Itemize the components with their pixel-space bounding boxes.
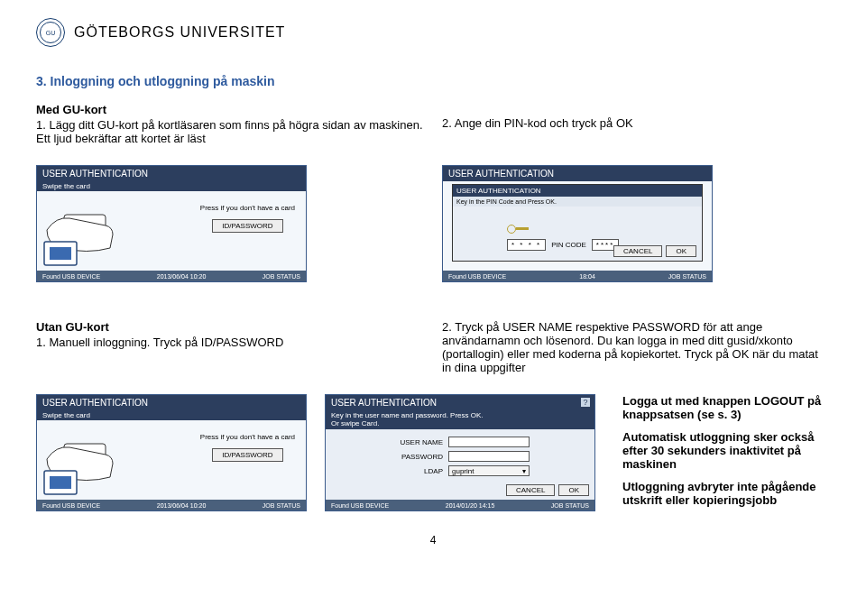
status-left: Found USB DEVICE [448, 273, 506, 280]
username-input[interactable] [448, 437, 530, 447]
swipe-card-panel-2: USER AUTHENTICATION Swipe the card ID [36, 394, 307, 511]
chevron-down-icon: ▾ [522, 467, 526, 475]
logout-note1: Logga ut med knappen LOGOUT på knappsats… [622, 394, 830, 421]
no-card-text: Press if you don't have a card [200, 433, 295, 441]
logout-note2: Automatisk utloggning sker också efter 3… [622, 430, 830, 471]
ok-button[interactable]: OK [558, 484, 589, 496]
panel-title: USER AUTHENTICATION [37, 395, 306, 410]
job-status[interactable]: JOB STATUS [263, 502, 300, 509]
pin-display: * * * * [507, 239, 546, 251]
swipe-card-panel: USER AUTHENTICATION Swipe the card ID [36, 165, 307, 282]
panel-title: USER AUTHENTICATION [37, 166, 306, 181]
cancel-button[interactable]: CANCEL [506, 484, 555, 496]
help-icon[interactable]: ? [580, 397, 591, 408]
status-left: Found USB DEVICE [331, 502, 389, 509]
id-password-button[interactable]: ID/PASSWORD [212, 219, 282, 233]
ldap-label: LDAP [398, 467, 443, 475]
no-card-text: Press if you don't have a card [200, 204, 295, 212]
university-seal-icon: GU [36, 18, 65, 47]
job-status[interactable]: JOB STATUS [263, 273, 300, 280]
svg-rect-3 [50, 247, 71, 260]
page-number: 4 [36, 534, 830, 547]
no-card-prompt: Press if you don't have a card ID/PASSWO… [200, 433, 295, 462]
svg-rect-7 [50, 476, 71, 489]
med-gu-kort-title: Med GU-kort [36, 103, 424, 116]
med-gu-kort-step1: 1. Lägg ditt GU-kort på kortläsaren som … [36, 118, 424, 145]
status-left: Found USB DEVICE [42, 502, 100, 509]
panel-statusbar: Found USB DEVICE 2014/01/20 14:15 JOB ST… [326, 500, 594, 510]
seal-inner: GU [40, 22, 61, 43]
utan-step2: 2. Tryck på USER NAME respektive PASSWOR… [442, 320, 830, 374]
job-status[interactable]: JOB STATUS [668, 273, 706, 280]
page-header: GU GÖTEBORGS UNIVERSITET [36, 18, 830, 47]
panel-statusbar: Found USB DEVICE 2013/06/04 10:20 JOB ST… [37, 271, 306, 281]
login-form: USER NAME PASSWORD LDAP guprint ▾ [398, 437, 530, 476]
pin-dialog: USER AUTHENTICATION Key in the PIN Code … [452, 184, 703, 262]
dialog-sub: Key in the PIN Code and Press OK. [453, 197, 702, 207]
university-name: GÖTEBORGS UNIVERSITET [74, 24, 285, 41]
logout-notes: Logga ut med knappen LOGOUT på knappsats… [613, 394, 830, 516]
no-card-prompt: Press if you don't have a card ID/PASSWO… [200, 204, 295, 233]
ok-button[interactable]: OK [666, 245, 696, 257]
med-gu-kort-step2: 2. Ange din PIN-kod och tryck på OK [442, 116, 830, 130]
job-status[interactable]: JOB STATUS [551, 502, 589, 509]
utan-gu-kort-title: Utan GU-kort [36, 320, 424, 334]
login-instructions: Key in the user name and password. Press… [326, 409, 594, 429]
logout-note3: Utloggning avbryter inte pågående utskri… [622, 480, 830, 507]
login-panel: USER AUTHENTICATION ? Key in the user na… [325, 394, 595, 511]
section-heading: 3. Inloggning och utloggning på maskin [36, 74, 830, 88]
password-label: PASSWORD [398, 453, 443, 461]
key-icon [507, 223, 529, 235]
cancel-button[interactable]: CANCEL [613, 245, 662, 257]
status-left: Found USB DEVICE [42, 273, 100, 280]
card-reader-illustration [41, 465, 80, 498]
utan-step1: 1. Manuell inloggning. Tryck på ID/PASSW… [36, 336, 424, 349]
panel-title: USER AUTHENTICATION [443, 166, 712, 181]
dialog-title: USER AUTHENTICATION [453, 185, 702, 197]
password-input[interactable] [448, 451, 530, 462]
card-reader-illustration [41, 236, 80, 269]
panel-statusbar: Found USB DEVICE 18:04 JOB STATUS [443, 271, 712, 281]
panel-statusbar: Found USB DEVICE 2013/06/04 10:20 JOB ST… [37, 500, 306, 510]
pin-entry-panel: USER AUTHENTICATION USER AUTHENTICATION … [442, 165, 713, 282]
id-password-button[interactable]: ID/PASSWORD [212, 448, 282, 462]
username-label: USER NAME [398, 438, 443, 446]
panel-title: USER AUTHENTICATION [331, 398, 437, 408]
pin-label: PIN CODE [551, 241, 586, 249]
ldap-select[interactable]: guprint ▾ [448, 465, 530, 476]
